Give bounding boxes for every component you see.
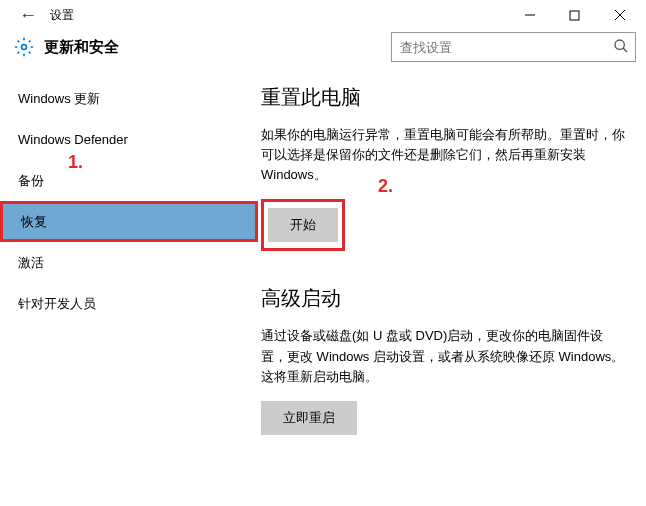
annotation-2: 2. — [378, 176, 393, 197]
restart-now-button[interactable]: 立即重启 — [261, 401, 357, 435]
reset-title: 重置此电脑 — [261, 84, 628, 111]
titlebar: ← 设置 — [0, 0, 646, 30]
advanced-description: 通过设备或磁盘(如 U 盘或 DVD)启动，更改你的电脑固件设置，更改 Wind… — [261, 326, 628, 386]
reset-description: 如果你的电脑运行异常，重置电脑可能会有所帮助。重置时，你可以选择是保留你的文件还… — [261, 125, 628, 185]
sidebar-item-recovery[interactable]: 恢复 — [0, 201, 258, 242]
reset-start-button[interactable]: 开始 — [268, 208, 338, 242]
section-reset: 重置此电脑 如果你的电脑运行异常，重置电脑可能会有所帮助。重置时，你可以选择是保… — [261, 84, 628, 251]
section-advanced-startup: 高级启动 通过设备或磁盘(如 U 盘或 DVD)启动，更改你的电脑固件设置，更改… — [261, 285, 628, 434]
sidebar-item-windows-defender[interactable]: Windows Defender — [0, 119, 258, 160]
annotation-1: 1. — [68, 152, 83, 173]
maximize-button[interactable] — [552, 0, 597, 30]
svg-point-4 — [22, 45, 27, 50]
body: Windows 更新 Windows Defender 备份 恢复 激活 针对开… — [0, 70, 646, 504]
reset-button-row: 开始 — [261, 199, 628, 251]
minimize-button[interactable] — [507, 0, 552, 30]
window-title: 设置 — [50, 7, 74, 24]
advanced-button-row: 立即重启 — [261, 401, 628, 435]
header: 更新和安全 — [0, 30, 646, 70]
page-title: 更新和安全 — [44, 38, 119, 57]
search-box[interactable] — [391, 32, 636, 62]
gear-icon — [14, 37, 34, 57]
sidebar-item-backup[interactable]: 备份 — [0, 160, 258, 201]
sidebar-item-windows-update[interactable]: Windows 更新 — [0, 78, 258, 119]
svg-point-5 — [615, 40, 624, 49]
maximize-icon — [569, 10, 580, 21]
reset-button-highlight: 开始 — [261, 199, 345, 251]
svg-rect-1 — [570, 11, 579, 20]
advanced-title: 高级启动 — [261, 285, 628, 312]
sidebar-item-for-developers[interactable]: 针对开发人员 — [0, 283, 258, 324]
sidebar-item-activation[interactable]: 激活 — [0, 242, 258, 283]
close-button[interactable] — [597, 0, 642, 30]
content: 重置此电脑 如果你的电脑运行异常，重置电脑可能会有所帮助。重置时，你可以选择是保… — [258, 70, 646, 504]
back-button[interactable]: ← — [14, 6, 42, 24]
sidebar: Windows 更新 Windows Defender 备份 恢复 激活 针对开… — [0, 70, 258, 504]
search-icon — [613, 38, 629, 57]
close-icon — [614, 9, 626, 21]
search-input[interactable] — [400, 40, 613, 55]
svg-line-6 — [623, 48, 627, 52]
minimize-icon — [524, 9, 536, 21]
window-controls — [507, 0, 642, 30]
